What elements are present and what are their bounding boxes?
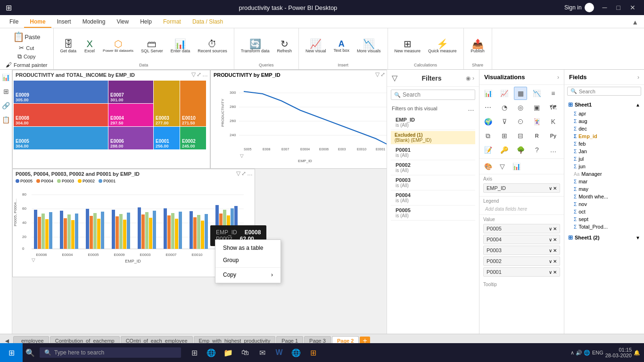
taskbar-search-icon[interactable]: 🔍 — [23, 343, 38, 362]
field-feb[interactable]: Σfeb — [564, 140, 644, 148]
fields-sheet1-2-header[interactable]: ⊞ Sheet1 (2) ▼ — [564, 232, 644, 243]
viz-py-visual[interactable]: Py — [546, 129, 560, 142]
viz-value-p0002[interactable]: P0002 ∨ ✕ — [483, 256, 560, 266]
taskbar-task-view[interactable]: ⊞ — [187, 343, 202, 362]
filters-search-input[interactable] — [403, 91, 472, 98]
viz-filter-small[interactable]: ▽ — [495, 160, 509, 173]
viz-qna[interactable]: ? — [530, 143, 544, 156]
viz-kpi[interactable]: K — [546, 115, 560, 128]
field-manager[interactable]: AaManager — [564, 170, 644, 178]
tab-modeling[interactable]: Modeling — [77, 16, 111, 28]
treemap-focus-icon[interactable]: ⤢ — [197, 71, 201, 78]
taskbar-chrome-icon[interactable]: 🌐 — [289, 343, 304, 362]
viz-pie[interactable]: ◔ — [498, 101, 511, 114]
quick-measure-button[interactable]: ⚡ Quick measure — [425, 37, 460, 55]
viz-stacked-bar[interactable]: 📊 — [481, 87, 495, 100]
model-view-btn[interactable]: 🔗 — [0, 100, 12, 111]
viz-line-chart[interactable]: 📉 — [530, 87, 544, 100]
field-jul[interactable]: Σjul — [564, 155, 644, 163]
viz-axis-remove[interactable]: ✕ — [553, 186, 557, 191]
tab-data-slash[interactable]: Data / Slash — [187, 16, 229, 28]
filters-expand-icon[interactable]: › — [472, 75, 474, 82]
field-aug[interactable]: Σaug — [564, 117, 644, 125]
viz-value-p0004[interactable]: P0004 ∨ ✕ — [483, 235, 560, 244]
paste-button[interactable]: 📋 Paste — [10, 30, 43, 43]
power-bi-datasets-button[interactable]: ⬡ Power BI datasets — [100, 37, 136, 55]
start-button[interactable]: ⊞ — [0, 343, 23, 362]
viz-treemap[interactable]: ▣ — [530, 101, 544, 114]
viz-table[interactable]: ⊞ — [498, 129, 511, 142]
treemap-visual[interactable]: PRODUCTIVITY and TOTAL_INCOME by EMP_ID … — [12, 70, 210, 169]
report-view-btn[interactable]: 📊 — [0, 72, 12, 83]
viz-more[interactable]: … — [546, 143, 560, 156]
viz-slicer[interactable]: ⧉ — [481, 129, 495, 142]
treemap-cell-e0006[interactable]: E0006 288.00 — [108, 127, 153, 149]
treemap-cell-e0009[interactable]: E0009 305.00 — [14, 81, 108, 103]
get-data-button[interactable]: 🗄 Get data — [58, 37, 80, 55]
viz-axis-value-row[interactable]: EMP_ID ∨ ✕ — [483, 183, 560, 193]
viz-p0003-remove[interactable]: ✕ — [553, 248, 557, 253]
field-oct[interactable]: Σoct — [564, 208, 644, 215]
filters-more-icon[interactable]: … — [468, 105, 474, 112]
treemap-cell-e0003[interactable]: E0003 277.00 — [154, 81, 180, 126]
new-visual-button[interactable]: 📈 New visual — [303, 37, 329, 55]
viz-area-chart[interactable]: ▦ — [514, 87, 527, 100]
viz-ribbon-chart[interactable]: ≡ — [546, 87, 560, 100]
barchart-focus-icon[interactable]: ⤢ — [241, 170, 246, 177]
filter-item-p0001[interactable]: P0001 is (All) — [391, 145, 475, 160]
filter-item-p0005[interactable]: P0005 is (All) — [391, 206, 475, 221]
field-empid[interactable]: ΣEmp_id — [564, 132, 644, 140]
treemap-cell-e0010[interactable]: E0010 271.50 — [180, 81, 206, 126]
viz-p0002-chevron[interactable]: ∨ — [549, 259, 552, 264]
viz-p0005-remove[interactable]: ✕ — [553, 226, 557, 231]
fields-search-box[interactable]: 🔍 — [567, 87, 641, 96]
viz-map[interactable]: 🗺 — [546, 101, 560, 114]
viz-panel-expand-icon[interactable]: › — [557, 74, 559, 81]
viz-donut[interactable]: ◎ — [514, 101, 527, 114]
viz-matrix[interactable]: ⊟ — [514, 129, 527, 142]
filters-search-box[interactable]: 🔍 — [391, 90, 475, 100]
notification-icon[interactable]: 🔔 — [634, 350, 640, 356]
data-view-btn[interactable]: ⊞ — [1, 86, 11, 97]
maximize-button[interactable]: □ — [614, 4, 623, 11]
field-month-whe[interactable]: ΣMonth whe... — [564, 193, 644, 200]
field-jun[interactable]: Σjun — [564, 163, 644, 170]
barchart-more-icon[interactable]: … — [247, 170, 253, 177]
linechart-focus-icon[interactable]: ⤢ — [380, 71, 385, 78]
tab-help[interactable]: Help — [134, 16, 157, 28]
treemap-cell-e0001[interactable]: E0001 256.00 — [154, 127, 180, 149]
publish-button[interactable]: 📤 Publish — [468, 37, 487, 55]
viz-funnel[interactable]: ⊽ — [498, 115, 511, 128]
field-sept[interactable]: Σsept — [564, 215, 644, 223]
treemap-filter-icon[interactable]: ▽ — [191, 71, 196, 78]
viz-gauge[interactable]: ⏲ — [514, 115, 527, 128]
viz-value-p0003[interactable]: P0003 ∨ ✕ — [483, 246, 560, 255]
taskbar-search-bar[interactable]: 🔍 Type here to search — [40, 347, 181, 358]
treemap-cell-e0007[interactable]: E0007 301.00 — [108, 81, 153, 103]
field-may[interactable]: Σmay — [564, 185, 644, 193]
taskbar-powerbi-icon[interactable]: ⊞ — [305, 343, 321, 362]
filters-collapse-icon[interactable]: ◉ — [466, 75, 471, 82]
tab-insert[interactable]: Insert — [51, 16, 77, 28]
viz-axis-chevron[interactable]: ∨ — [549, 186, 552, 191]
taskbar-mail-icon[interactable]: ✉ — [255, 343, 270, 362]
refresh-button[interactable]: ↻ Refresh — [274, 37, 295, 55]
field-mar[interactable]: Σmar — [564, 178, 644, 185]
viz-p0005-chevron[interactable]: ∨ — [549, 226, 552, 231]
enter-data-button[interactable]: 📊 Enter data — [168, 37, 193, 55]
barchart-filter-icon[interactable]: ▽ — [236, 170, 240, 177]
taskbar-word-icon[interactable]: W — [272, 343, 287, 362]
viz-scatter[interactable]: ⋯ — [481, 101, 495, 114]
sql-server-button[interactable]: 🗃 SQL Server — [138, 37, 166, 55]
dax-query-btn[interactable]: 📋 — [0, 114, 12, 125]
taskbar-explorer-icon[interactable]: 📁 — [221, 343, 236, 362]
viz-legend-placeholder[interactable]: Add data fields here — [483, 206, 560, 213]
treemap-cell-e0008[interactable]: E0008 304.00 — [14, 104, 108, 126]
cut-button[interactable]: ✂ Cut — [17, 44, 36, 52]
linechart-more-icon[interactable]: … — [386, 71, 387, 78]
viz-value-p0001[interactable]: P0001 ∨ ✕ — [483, 267, 560, 277]
viz-p0004-remove[interactable]: ✕ — [553, 237, 557, 242]
ctx-copy[interactable]: Copy › — [215, 269, 281, 281]
field-jan[interactable]: ΣJan — [564, 148, 644, 155]
viz-decomp-tree[interactable]: 🌳 — [514, 143, 527, 156]
